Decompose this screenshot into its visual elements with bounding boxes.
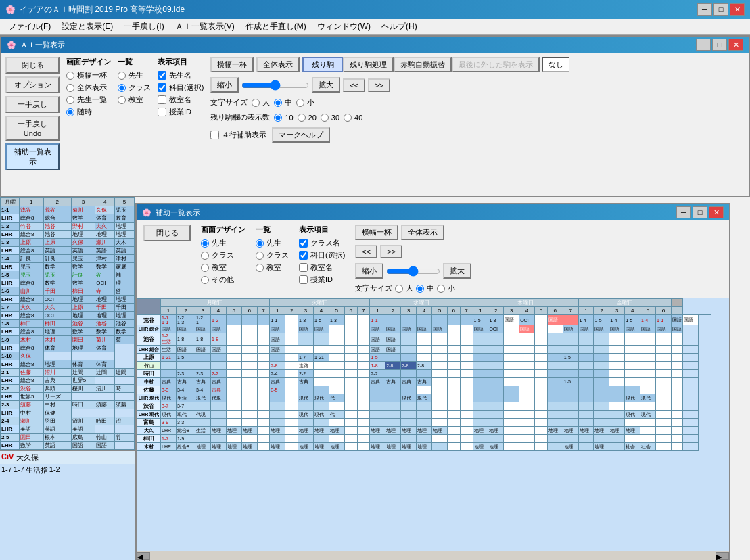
overlay-table-area[interactable]: 月曜日 火曜日 水曜日 木曜日 金曜日 1234567 1234567 1234… bbox=[137, 298, 729, 551]
ovl-zoom-slider[interactable] bbox=[386, 266, 440, 277]
shrink-btn[interactable]: 縮小 bbox=[210, 77, 239, 93]
ovl-font-row: 文字サイズ 大 中 小 bbox=[355, 283, 471, 294]
ovl-nav-btns: << >> bbox=[355, 245, 471, 258]
scroll-left-btn[interactable]: ◀ bbox=[137, 552, 150, 560]
hojo-btn[interactable]: 補助一覧表示 bbox=[5, 143, 60, 170]
ovl-next-btn[interactable]: >> bbox=[380, 245, 402, 258]
ovl-ichi-sensei[interactable]: 先生 bbox=[256, 238, 289, 248]
hyoji-check-kyoshitsu[interactable]: 教室名 bbox=[158, 95, 204, 105]
ovl-font-large[interactable]: 大 bbox=[395, 283, 413, 294]
ovl-prev-btn[interactable]: << bbox=[355, 245, 377, 258]
zoom-controls: 縮小 拡大 << >> bbox=[210, 77, 745, 93]
yonjuyo-check[interactable]: ４行補助表示 bbox=[210, 130, 266, 140]
overlay-toolbar2: 横幅一杯 全体表示 << >> 縮小 拡大 文字サイズ 大 中 小 bbox=[355, 225, 471, 294]
ovl-zoom-btns: 縮小 拡大 bbox=[355, 263, 471, 279]
ai-panel-close[interactable]: ✕ bbox=[728, 39, 743, 51]
first-btn[interactable]: << bbox=[343, 78, 365, 92]
overlay-close-btn[interactable]: 閉じる bbox=[143, 225, 191, 241]
ovl-hyoji-kyoshitsu[interactable]: 教室名 bbox=[299, 262, 345, 273]
count-40[interactable]: 40 bbox=[344, 114, 362, 122]
maximize-button[interactable]: □ bbox=[713, 3, 728, 16]
table-row: 1-2 竹谷 池谷 野村 大久 地理 bbox=[1, 223, 135, 231]
hyoji-check-id[interactable]: 授業ID bbox=[158, 107, 204, 117]
display-radio-sensei[interactable]: 先生一覧 bbox=[66, 95, 111, 105]
ai-panel-maximize[interactable]: □ bbox=[712, 39, 727, 51]
table-row: 佐藤 3-3 3-4 3-4 古典 3-5 bbox=[137, 386, 711, 394]
nokori-syori-tab[interactable]: 残り駒処理 bbox=[343, 57, 394, 72]
zentai-btn[interactable]: 全体表示 bbox=[256, 57, 300, 72]
count-10[interactable]: 10 bbox=[274, 114, 293, 122]
ichiran-radio-class[interactable]: クラス bbox=[118, 83, 151, 93]
overlay-minimize[interactable]: ─ bbox=[676, 206, 691, 218]
ai-panel-label: ＡＩ一覧表示 bbox=[20, 40, 65, 50]
table-row: LHR 総合8地理数学数学数学 bbox=[1, 328, 135, 336]
ovl-ichi-kyoshitsu[interactable]: 教室 bbox=[256, 262, 289, 273]
menu-window[interactable]: ウィンドウ(W) bbox=[312, 20, 376, 34]
ai-panel-minimize[interactable]: ─ bbox=[696, 39, 711, 51]
font-large[interactable]: 大 bbox=[252, 97, 270, 108]
undo-btn[interactable]: 一手戻し bbox=[5, 96, 60, 113]
timetable-bg: 月曜 12345 1-1 浅谷 荒谷 菊川 久保 児玉 LHR 総合8総合数学体… bbox=[0, 197, 135, 560]
menu-create[interactable]: 作成と手直し(M) bbox=[240, 20, 312, 34]
table-row: 渋谷 3-7 3-7 bbox=[137, 402, 711, 411]
ovl-disp-class[interactable]: クラス bbox=[201, 250, 245, 260]
ovl-zentai-btn[interactable]: 全体表示 bbox=[401, 225, 444, 240]
menu-undo[interactable]: 一手戻し(I) bbox=[118, 20, 169, 34]
menu-help[interactable]: ヘルプ(H) bbox=[376, 20, 423, 34]
ovl-hyoji-class[interactable]: クラス名 bbox=[299, 238, 345, 248]
display-radio-yokohaba[interactable]: 横幅一杯 bbox=[66, 70, 111, 80]
display-radio-jiji[interactable]: 随時 bbox=[66, 107, 111, 117]
tabs-area: 残り駒 残り駒処理 赤駒自動振替 最後に外した駒を表示 bbox=[302, 57, 540, 72]
font-medium[interactable]: 中 bbox=[274, 97, 292, 108]
ovl-disp-other[interactable]: その他 bbox=[201, 275, 245, 285]
menu-settings[interactable]: 設定と表示(E) bbox=[56, 20, 118, 34]
ichiran-radio-kyoshitsu[interactable]: 教室 bbox=[118, 95, 151, 105]
minimize-button[interactable]: ─ bbox=[697, 3, 712, 16]
ovl-yokohaba-btn[interactable]: 横幅一杯 bbox=[355, 225, 398, 240]
ovl-expand-btn[interactable]: 拡大 bbox=[443, 263, 471, 279]
bottom-label-area: CiV 大久保 bbox=[0, 450, 135, 464]
close-btn[interactable]: 閉じる bbox=[5, 57, 60, 74]
mark-help-btn[interactable]: マークヘルプ bbox=[272, 127, 330, 143]
ovl-disp-kyoshitsu[interactable]: 教室 bbox=[201, 262, 245, 273]
count-20[interactable]: 20 bbox=[298, 114, 317, 122]
table-row: 2-1 佐藤沼川辻間辻間辻間 bbox=[1, 369, 135, 377]
overlay-hscroll[interactable]: ◀ ▶ bbox=[137, 551, 729, 560]
ichiran-radio-sensei[interactable]: 先生 bbox=[118, 70, 151, 80]
expand-btn[interactable]: 拡大 bbox=[312, 77, 340, 93]
hyoji-check-sensei[interactable]: 先生名 bbox=[158, 70, 204, 80]
scroll-right-btn[interactable]: ▶ bbox=[716, 552, 729, 560]
overlay-maximize[interactable]: □ bbox=[693, 206, 707, 218]
table-row: 1-7 大久大久上原千田千田 bbox=[1, 304, 135, 312]
font-small[interactable]: 小 bbox=[296, 97, 314, 108]
close-button[interactable]: ✕ bbox=[730, 3, 745, 16]
saigo-tab[interactable]: 最後に外した駒を表示 bbox=[452, 57, 540, 72]
ai-panel: 🌸 ＡＩ一覧表示 ─ □ ✕ 閉じる オプション 一手戻し 一手戻しUndo 補… bbox=[0, 35, 750, 197]
naoshi-area: なし bbox=[542, 57, 569, 72]
zoom-slider[interactable] bbox=[241, 80, 309, 91]
ovl-font-medium[interactable]: 中 bbox=[416, 283, 434, 294]
option-btn[interactable]: オプション bbox=[5, 76, 60, 93]
count-30[interactable]: 30 bbox=[321, 114, 339, 122]
menu-file[interactable]: ファイル(F) bbox=[3, 20, 56, 34]
last-btn[interactable]: >> bbox=[368, 78, 390, 92]
yokohaba-btn[interactable]: 横幅一杯 bbox=[210, 57, 254, 72]
undo2-btn[interactable]: 一手戻しUndo bbox=[5, 116, 60, 141]
title-bar-controls: ─ □ ✕ bbox=[697, 3, 745, 16]
ovl-shrink-btn[interactable]: 縮小 bbox=[355, 263, 383, 279]
menu-ai-list[interactable]: ＡＩ一覧表示(V) bbox=[170, 20, 240, 34]
toolbar-buttons: 横幅一杯 全体表示 残り駒 残り駒処理 赤駒自動振替 最後に外した駒を表示 なし bbox=[210, 57, 745, 72]
ai-panel-title: 🌸 ＡＩ一覧表示 ─ □ ✕ bbox=[1, 37, 749, 53]
overlay-close[interactable]: ✕ bbox=[709, 206, 724, 218]
akauma-tab[interactable]: 赤駒自動振替 bbox=[394, 57, 452, 72]
ovl-hyoji-id[interactable]: 授業ID bbox=[299, 275, 345, 285]
ovl-ichi-class[interactable]: クラス bbox=[256, 250, 289, 260]
ovl-hyoji-kamoku[interactable]: 科目(選択) bbox=[299, 250, 345, 260]
display-radio-zentai[interactable]: 全体表示 bbox=[66, 83, 111, 93]
hyoji-check-kamoku[interactable]: 科目(選択) bbox=[158, 83, 204, 93]
ovl-font-small[interactable]: 小 bbox=[437, 283, 455, 294]
table-row: LHR 英語英語英語 bbox=[1, 425, 135, 434]
ovl-disp-sensei[interactable]: 先生 bbox=[201, 238, 245, 248]
display-radios: 横幅一杯 全体表示 先生一覧 随時 bbox=[66, 70, 111, 117]
nokori-tab[interactable]: 残り駒 bbox=[302, 57, 343, 72]
